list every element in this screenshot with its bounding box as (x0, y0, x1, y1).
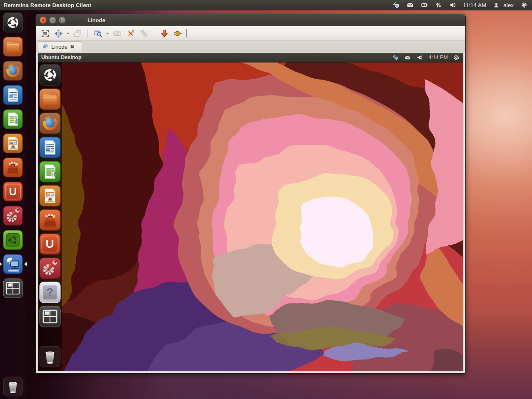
fit-window-icon[interactable] (52, 27, 64, 39)
network-remote-icon[interactable] (392, 2, 400, 9)
battery-icon[interactable] (420, 2, 428, 9)
remote-launcher-item-libreoffice-writer[interactable] (39, 137, 61, 158)
network-remote-icon[interactable] (392, 55, 399, 61)
running-indicator-arrow (0, 262, 2, 266)
toolbar-text-cursor (186, 29, 187, 37)
fullscreen-icon[interactable] (39, 27, 51, 39)
launcher-item-software-center[interactable] (3, 157, 23, 177)
window-titlebar[interactable]: ✕ − ▢ Linode (36, 14, 465, 26)
scaled-mode-icon[interactable] (92, 27, 104, 39)
connection-tabstrip: Linode ✖ (36, 41, 465, 52)
minimize-to-tray-icon[interactable] (158, 27, 170, 39)
remote-launcher-item-firefox[interactable] (39, 112, 61, 134)
session-gear-icon[interactable] (520, 2, 528, 9)
launcher-item-software-updater[interactable] (3, 230, 23, 250)
mail-icon[interactable] (404, 55, 411, 61)
remote-launcher-item-ubuntu-dash[interactable] (39, 64, 61, 86)
remote-clock[interactable]: 4:14 PM (428, 55, 448, 60)
focused-indicator-arrow (24, 262, 27, 266)
launcher-item-workspace-switcher[interactable] (3, 278, 23, 298)
remote-desktop[interactable]: U ? (38, 62, 463, 371)
dropdown-caret[interactable] (66, 27, 70, 39)
launcher-item-ubuntu-dash[interactable] (3, 12, 23, 32)
remote-unity-launcher: U ? (38, 62, 62, 371)
launcher-item-libreoffice-calc[interactable] (3, 109, 23, 129)
tools-icon[interactable] (125, 27, 136, 39)
toolbar-separator (87, 29, 88, 38)
dropdown-caret[interactable] (105, 27, 110, 39)
launcher-item-ubuntu-one[interactable]: U (3, 182, 23, 202)
remote-top-panel: Ubuntu Desktop 4:14 PM (38, 53, 463, 62)
host-indicator-tray: 11:14 AM alex (392, 2, 532, 9)
remote-session-viewport[interactable]: Ubuntu Desktop 4:14 PM (37, 52, 464, 372)
remote-launcher-item-libreoffice-impress[interactable] (39, 185, 61, 207)
remmina-window: ✕ − ▢ Linode (35, 14, 466, 374)
disconnect-plug-icon[interactable] (172, 27, 183, 39)
tab-window-icon (42, 44, 49, 50)
tab-label: Linode (51, 44, 67, 50)
host-top-panel: Remmina Remote Desktop Client 11:14 AM a… (0, 0, 532, 10)
host-clock[interactable]: 11:14 AM (463, 2, 486, 8)
remote-desktop-wallpaper (38, 62, 463, 371)
volume-icon[interactable] (416, 55, 423, 61)
window-title: Linode (87, 17, 105, 23)
remote-launcher-item-trash[interactable] (39, 346, 61, 367)
remote-launcher-item-unknown-app[interactable]: ? (39, 282, 61, 303)
launcher-item-libreoffice-writer[interactable] (3, 85, 23, 105)
sync-arrows-icon[interactable] (435, 2, 442, 9)
remote-launcher-item-libreoffice-calc[interactable] (39, 161, 61, 182)
launcher-item-system-settings[interactable] (3, 206, 23, 226)
keyboard-grab-icon (111, 27, 123, 39)
remote-launcher-item-workspace-switcher[interactable] (39, 306, 61, 327)
user-icon[interactable] (492, 2, 500, 9)
host-unity-launcher: U (0, 10, 26, 399)
remmina-toolbar (36, 26, 465, 41)
tab-close-icon[interactable]: ✖ (70, 44, 75, 50)
launcher-item-firefox[interactable] (3, 61, 23, 81)
window-maximize-button[interactable]: ▢ (59, 17, 66, 24)
toolbar-separator (154, 29, 154, 38)
preferences-gears-icon (138, 27, 150, 39)
launcher-item-files[interactable] (3, 37, 23, 57)
launcher-item-trash[interactable] (3, 377, 23, 397)
tab-linode[interactable]: Linode ✖ (38, 41, 82, 52)
focused-indicator-arrow (37, 290, 38, 294)
remote-launcher-item-files[interactable] (39, 88, 61, 110)
mail-icon[interactable] (406, 2, 414, 9)
launcher-item-remmina[interactable] (3, 254, 23, 274)
session-gear-icon[interactable] (453, 55, 460, 61)
remote-launcher-item-software-center[interactable] (39, 209, 61, 231)
volume-icon[interactable] (449, 2, 457, 9)
launcher-item-libreoffice-impress[interactable] (3, 133, 23, 153)
remote-active-app-title: Ubuntu Desktop (38, 55, 82, 60)
remote-indicator-tray: 4:14 PM (392, 55, 463, 61)
username-label[interactable]: alex (503, 2, 514, 8)
window-close-button[interactable]: ✕ (40, 17, 47, 24)
duplicate-connection-icon (72, 27, 83, 39)
remote-launcher-item-ubuntu-one[interactable]: U (39, 233, 61, 255)
active-app-title: Remmina Remote Desktop Client (0, 2, 91, 8)
window-minimize-button[interactable]: − (49, 17, 56, 24)
remote-launcher-item-system-settings[interactable] (39, 257, 61, 279)
